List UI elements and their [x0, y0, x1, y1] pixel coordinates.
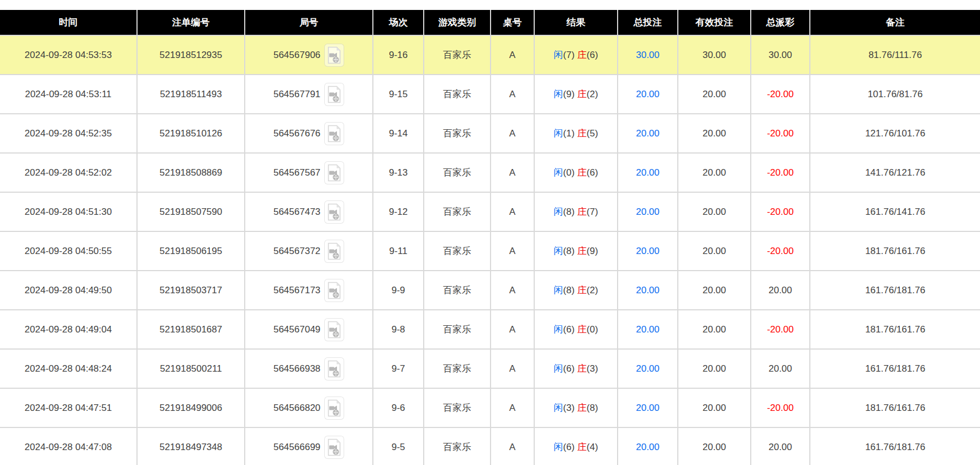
result-cell: 闲(1) 庄(5)	[534, 114, 618, 153]
player-points: 6	[566, 363, 571, 374]
player-result: 闲(3)	[554, 403, 575, 413]
banker-result: 庄(6)	[577, 50, 598, 60]
time-cell: 2024-09-28 04:48:24	[0, 349, 137, 388]
total-payout-cell: -20.00	[751, 231, 810, 271]
banker-label: 庄	[577, 207, 587, 217]
round-wrap: 564567372	[246, 240, 372, 263]
player-label: 闲	[554, 207, 563, 217]
valid-bet-cell: 20.00	[678, 427, 751, 465]
player-result: 闲(6)	[554, 324, 575, 335]
game-type-cell: 百家乐	[424, 192, 491, 231]
total-bet-cell: 20.00	[618, 310, 678, 349]
valid-bet-cell: 20.00	[678, 231, 751, 271]
total-bet-cell: 20.00	[618, 153, 678, 192]
bet-id-cell: 521918500211	[137, 349, 245, 388]
total-payout-cell: -20.00	[751, 388, 810, 427]
note-cell: 161.76/181.76	[810, 427, 980, 465]
banker-points: 4	[590, 442, 595, 452]
table-no-cell: A	[491, 114, 534, 153]
player-result: 闲(1)	[554, 128, 575, 139]
video-replay-button[interactable]	[324, 44, 344, 67]
game-type-cell: 百家乐	[424, 271, 491, 310]
result-cell: 闲(6) 庄(0)	[534, 310, 618, 349]
time-cell: 2024-09-28 04:52:35	[0, 114, 137, 153]
video-replay-button[interactable]	[324, 200, 344, 224]
table-no-cell: A	[491, 231, 534, 271]
video-replay-button[interactable]	[324, 240, 344, 263]
table-row: 2024-09-28 04:49:50521918503717564567173…	[0, 271, 980, 310]
player-points: 0	[566, 167, 571, 178]
table-row: 2024-09-28 04:52:35521918510126564567676…	[0, 114, 980, 153]
banker-label: 庄	[577, 324, 587, 335]
column-header-total_bet: 总投注	[618, 10, 678, 35]
time-cell: 2024-09-28 04:50:55	[0, 231, 137, 271]
table-no-cell: A	[491, 349, 534, 388]
valid-bet-cell: 30.00	[678, 35, 751, 75]
video-file-icon	[327, 86, 341, 103]
video-replay-button[interactable]	[324, 357, 344, 381]
banker-label: 庄	[577, 50, 587, 60]
video-file-icon	[327, 203, 341, 221]
video-replay-button[interactable]	[324, 83, 344, 106]
player-result: 闲(7)	[554, 50, 575, 60]
banker-result: 庄(5)	[577, 128, 598, 139]
player-points: 3	[566, 403, 571, 413]
banker-points: 7	[590, 207, 595, 217]
banker-label: 庄	[577, 403, 587, 413]
result-cell: 闲(8) 庄(9)	[534, 231, 618, 271]
session-cell: 9-9	[373, 271, 424, 310]
valid-bet-cell: 20.00	[678, 310, 751, 349]
banker-label: 庄	[577, 167, 587, 178]
banker-label: 庄	[577, 246, 587, 256]
player-result: 闲(6)	[554, 363, 575, 374]
video-replay-button[interactable]	[324, 161, 344, 184]
round-cell: 564567372	[245, 231, 373, 271]
table-header-row: 时间注单编号局号场次游戏类别桌号结果总投注有效投注总派彩备注	[0, 10, 980, 35]
player-label: 闲	[554, 442, 563, 452]
table-body: 2024-09-28 04:53:53521918512935564567906…	[0, 35, 980, 465]
video-replay-button[interactable]	[324, 397, 344, 420]
video-replay-button[interactable]	[324, 279, 344, 302]
game-type-cell: 百家乐	[424, 153, 491, 192]
player-label: 闲	[554, 403, 563, 413]
round-number: 564567473	[273, 207, 320, 218]
note-cell: 121.76/101.76	[810, 114, 980, 153]
session-cell: 9-13	[373, 153, 424, 192]
table-row: 2024-09-28 04:49:04521918501687564567049…	[0, 310, 980, 349]
video-replay-button[interactable]	[324, 436, 344, 459]
player-result: 闲(8)	[554, 246, 575, 256]
column-header-total_payout: 总派彩	[751, 10, 810, 35]
round-wrap: 564567173	[246, 279, 372, 302]
player-points: 6	[566, 324, 571, 335]
total-payout-cell: 20.00	[751, 349, 810, 388]
total-payout-cell: 30.00	[751, 35, 810, 75]
time-cell: 2024-09-28 04:53:11	[0, 75, 137, 114]
column-header-bet_id: 注单编号	[137, 10, 245, 35]
column-header-valid_bet: 有效投注	[678, 10, 751, 35]
table-row: 2024-09-28 04:52:02521918508869564567567…	[0, 153, 980, 192]
player-result: 闲(8)	[554, 207, 575, 217]
round-wrap: 564566938	[246, 357, 372, 381]
video-replay-button[interactable]	[324, 122, 344, 145]
valid-bet-cell: 20.00	[678, 271, 751, 310]
bet-id-cell: 521918497348	[137, 427, 245, 465]
session-cell: 9-15	[373, 75, 424, 114]
round-number: 564567906	[273, 50, 320, 61]
result-cell: 闲(7) 庄(6)	[534, 35, 618, 75]
total-bet-cell: 20.00	[618, 114, 678, 153]
game-type-cell: 百家乐	[424, 75, 491, 114]
column-header-time: 时间	[0, 10, 137, 35]
total-bet-cell: 20.00	[618, 75, 678, 114]
round-cell: 564567791	[245, 75, 373, 114]
table-no-cell: A	[491, 427, 534, 465]
banker-result: 庄(6)	[577, 167, 598, 178]
column-header-table_no: 桌号	[491, 10, 534, 35]
total-payout-cell: -20.00	[751, 310, 810, 349]
table-no-cell: A	[491, 75, 534, 114]
round-wrap: 564567567	[246, 161, 372, 184]
round-number: 564567173	[273, 285, 320, 296]
result-cell: 闲(6) 庄(3)	[534, 349, 618, 388]
video-replay-button[interactable]	[324, 318, 344, 341]
banker-result: 庄(3)	[577, 363, 598, 374]
player-label: 闲	[554, 324, 563, 335]
